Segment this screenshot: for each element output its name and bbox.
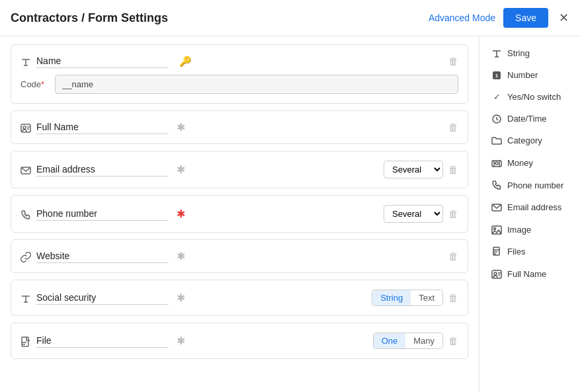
file-icon (21, 334, 31, 346)
code-input-name[interactable] (55, 75, 458, 94)
toggle-one[interactable]: One (374, 333, 406, 348)
phone-icon-field (21, 208, 31, 219)
code-row-name: Code* (21, 75, 458, 94)
field-label-website[interactable] (36, 249, 169, 263)
toggle-string[interactable]: String (372, 290, 411, 305)
field-row-social: ✱ String Text 🗑 (21, 290, 458, 306)
header-actions: Advanced Mode Save ✕ (429, 8, 571, 28)
toggle-many[interactable]: Many (405, 333, 442, 348)
page-title: Contractors / Form Settings (11, 11, 429, 25)
sidebar-label-yesno: Yes/No switch (507, 92, 561, 102)
code-label: Code* (21, 79, 47, 89)
sidebar-item-email[interactable]: Email address (482, 196, 579, 218)
field-controls-fullname: 🗑 (448, 122, 458, 133)
close-button[interactable]: ✕ (556, 8, 571, 28)
required-star: * (41, 79, 44, 89)
contact-icon-sidebar (491, 268, 502, 280)
sidebar-item-money[interactable]: Money (482, 152, 579, 174)
advanced-mode-link[interactable]: Advanced Mode (429, 13, 495, 23)
optional-star-file: ✱ (177, 334, 185, 347)
app-container: Contractors / Form Settings Advanced Mod… (0, 0, 582, 392)
field-row-website: ✱ 🗑 (21, 249, 458, 263)
sidebar: String 1 Number ✓ Yes/No switch (479, 36, 582, 392)
sidebar-item-phone[interactable]: Phone number (482, 175, 579, 196)
svg-point-4 (23, 126, 26, 129)
field-label-phone[interactable] (36, 207, 169, 221)
sidebar-label-files: Files (507, 247, 525, 256)
text-icon-sidebar (491, 48, 502, 59)
key-icon: 🔑 (179, 56, 192, 67)
sidebar-label-fullname: Full Name (507, 269, 546, 279)
image-icon-sidebar (491, 224, 502, 235)
sidebar-label-number: Number (507, 70, 538, 80)
field-controls-file: One Many 🗑 (373, 333, 458, 349)
sidebar-label-money: Money (507, 158, 533, 168)
field-label-social[interactable] (36, 291, 169, 305)
field-card-social: ✱ String Text 🗑 (11, 280, 468, 316)
field-controls-social: String Text 🗑 (372, 290, 458, 306)
toggle-text[interactable]: Text (411, 290, 442, 305)
link-icon (21, 250, 31, 262)
svg-point-21 (495, 162, 498, 165)
sidebar-label-string: String (507, 48, 530, 58)
sidebar-item-image[interactable]: Image (482, 219, 579, 241)
delete-icon-file[interactable]: 🗑 (448, 335, 458, 346)
field-card-fullname: ✱ 🗑 (11, 110, 468, 144)
sidebar-label-phone: Phone number (507, 180, 563, 190)
field-row-phone: ✱ Several One 🗑 (21, 205, 458, 223)
field-row-file: ✱ One Many 🗑 (21, 333, 458, 349)
field-controls-email: Several One 🗑 (384, 161, 458, 178)
svg-point-32 (494, 272, 497, 275)
optional-star-fullname: ✱ (177, 121, 185, 134)
field-controls-website: 🗑 (448, 251, 458, 262)
sidebar-label-category: Category (507, 136, 542, 145)
svg-point-26 (494, 227, 496, 229)
delete-icon-name[interactable]: 🗑 (448, 56, 458, 67)
sidebar-item-category[interactable]: Category (482, 130, 579, 152)
field-row-fullname: ✱ 🗑 (21, 120, 458, 134)
number-icon-sidebar: 1 (491, 70, 502, 81)
sidebar-item-number[interactable]: 1 Number (482, 65, 579, 87)
field-label-file[interactable] (36, 334, 169, 348)
field-label-email[interactable] (36, 163, 169, 176)
text-icon-social (21, 292, 31, 303)
email-select[interactable]: Several One (384, 161, 443, 178)
sidebar-item-yesno[interactable]: ✓ Yes/No switch (482, 87, 579, 107)
field-controls-phone: Several One 🗑 (384, 205, 458, 223)
sidebar-item-datetime[interactable]: Date/Time (482, 108, 579, 130)
clock-icon-sidebar (491, 113, 502, 124)
required-star-phone: ✱ (177, 208, 185, 220)
optional-star-website: ✱ (177, 250, 185, 262)
email-icon (21, 163, 31, 175)
delete-icon-phone[interactable]: 🗑 (448, 208, 458, 219)
field-card-email: ✱ Several One 🗑 (11, 151, 468, 188)
field-card-file: ✱ One Many 🗑 (11, 323, 468, 359)
files-icon-sidebar (491, 247, 502, 258)
field-row-name: 🔑 🗑 (21, 54, 458, 68)
delete-icon-fullname[interactable]: 🗑 (448, 122, 458, 133)
sidebar-label-email: Email address (507, 202, 561, 212)
delete-icon-email[interactable]: 🗑 (448, 164, 458, 175)
main-content: 🔑 🗑 Code* (0, 36, 582, 392)
contact-icon (21, 121, 31, 133)
svg-text:1: 1 (495, 73, 499, 79)
folder-icon-sidebar (491, 136, 502, 147)
field-label-fullname[interactable] (36, 120, 169, 134)
phone-select[interactable]: Several One (384, 205, 443, 223)
sidebar-item-files[interactable]: Files (482, 241, 579, 263)
optional-star-social: ✱ (177, 292, 185, 304)
field-label-name[interactable] (36, 54, 169, 68)
check-icon-sidebar: ✓ (491, 92, 502, 102)
sidebar-label-image: Image (507, 225, 531, 235)
sidebar-item-fullname[interactable]: Full Name (482, 263, 579, 285)
money-icon-sidebar (491, 157, 502, 169)
header: Contractors / Form Settings Advanced Mod… (0, 0, 582, 36)
optional-star-email: ✱ (177, 163, 185, 176)
delete-icon-website[interactable]: 🗑 (448, 251, 458, 262)
delete-icon-social[interactable]: 🗑 (448, 292, 458, 303)
form-panel: 🔑 🗑 Code* (0, 36, 479, 392)
field-card-website: ✱ 🗑 (11, 239, 468, 273)
phone-icon-sidebar (491, 180, 502, 191)
sidebar-item-string[interactable]: String (482, 42, 579, 64)
save-button[interactable]: Save (503, 8, 548, 28)
